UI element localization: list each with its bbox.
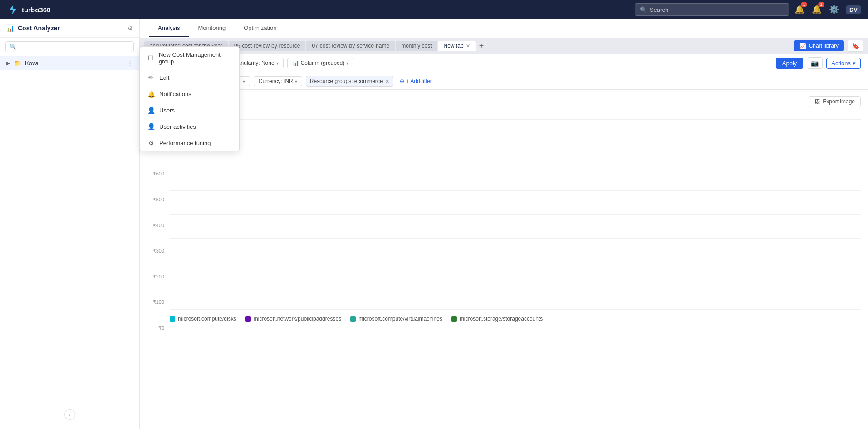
- tab-optimization[interactable]: Optimization: [235, 20, 285, 37]
- file-tab-cost-resource[interactable]: 06-cost-review-by-resource: [229, 41, 305, 51]
- sidebar-title: 📊 Cost Analyzer: [6, 24, 60, 32]
- chart-type-icon: 📊: [292, 60, 299, 66]
- dropdown-item-performance[interactable]: ⚙ Performance tuning: [140, 135, 239, 151]
- file-tabs-bar: accumulated-cost-for-the-year 06-cost-re…: [140, 38, 868, 54]
- y-label: ₹400: [147, 223, 164, 229]
- actions-button[interactable]: Actions ▾: [826, 58, 861, 69]
- dropdown-item-users[interactable]: 👤 Users: [140, 102, 239, 118]
- notifications-icon-1[interactable]: 🔔 1: [794, 5, 804, 15]
- top-nav: turbo360 🔍 Search 🔔 1 🔔 1 ⚙️ DV: [0, 0, 868, 19]
- dropdown-item-new-group[interactable]: ☐ New Cost Management group: [140, 47, 239, 69]
- chart-icon: 📈: [799, 43, 806, 49]
- date-filter-bar: This month ▾ Metric: Actual cost ▾ Curre…: [140, 73, 868, 90]
- file-tab-monthly[interactable]: monthly cost: [396, 41, 437, 51]
- collapse-icon: ‹: [69, 411, 71, 418]
- camera-icon: 📷: [811, 59, 819, 67]
- sidebar-more-icon[interactable]: ⋮: [127, 60, 133, 67]
- chart-library-button[interactable]: 📈 Chart library: [794, 40, 844, 51]
- user-activities-icon: 👤: [147, 123, 155, 130]
- badge-2: 1: [818, 2, 824, 7]
- sidebar-search-icon: 🔍: [10, 44, 16, 50]
- cost-analyzer-icon: 📊: [6, 24, 14, 32]
- dropdown-item-edit[interactable]: ✏ Edit: [140, 69, 239, 86]
- y-label: ₹100: [147, 299, 164, 305]
- gridline: [170, 190, 861, 191]
- sidebar-search[interactable]: 🔍: [5, 41, 134, 52]
- gridline: [170, 143, 861, 143]
- chart-type-chevron: ▾: [346, 61, 348, 66]
- currency-filter[interactable]: Currency: INR ▾: [254, 76, 302, 86]
- legend-item-0: microsoft.compute/disks: [170, 316, 236, 322]
- bookmark-icon: 🔖: [852, 42, 859, 49]
- gridline: [170, 214, 861, 215]
- file-tab-close-icon[interactable]: ×: [466, 43, 470, 49]
- legend-label-2: microsoft.compute/virtualmachines: [358, 316, 442, 322]
- new-group-icon: ☐: [147, 54, 154, 62]
- export-icon: 🖼: [814, 98, 820, 105]
- legend-color-1: [245, 316, 251, 322]
- legend-label-3: microsoft.storage/storageaccounts: [460, 316, 543, 322]
- svg-marker-0: [9, 5, 16, 14]
- metric-chevron: ▾: [243, 79, 245, 84]
- tab-monitoring[interactable]: Monitoring: [189, 20, 235, 37]
- sidebar-item-label: Kovai: [25, 60, 40, 67]
- gridline: [170, 286, 861, 286]
- sidebar-search-input[interactable]: [19, 44, 130, 50]
- notifications-icon-2[interactable]: 🔔 1: [812, 5, 822, 15]
- actions-chevron: ▾: [853, 60, 856, 67]
- file-tab-cost-service[interactable]: 07-cost-review-by-service-name: [306, 41, 395, 51]
- dropdown-label-notifications: Notifications: [159, 91, 191, 98]
- chart-bars: [170, 120, 861, 310]
- filters-bar: Group by: Resource Type ▾ Granularity: N…: [140, 54, 868, 73]
- legend-color-2: [350, 316, 356, 322]
- legend-item-2: microsoft.compute/virtualmachines: [350, 316, 442, 322]
- gridline: [170, 309, 861, 310]
- dropdown-item-user-activities[interactable]: 👤 User activities: [140, 118, 239, 135]
- legend-label-1: microsoft.network/publicipaddresses: [254, 316, 341, 322]
- nav-icons: 🔔 1 🔔 1 ⚙️ DV: [794, 5, 861, 15]
- dropdown-item-notifications[interactable]: 🔔 Notifications: [140, 86, 239, 102]
- dropdown-menu: ☐ New Cost Management group ✏ Edit 🔔 Not…: [140, 46, 240, 151]
- dropdown-label-edit: Edit: [159, 74, 169, 81]
- y-label: ₹600: [147, 171, 164, 177]
- legend-color-3: [451, 316, 457, 322]
- search-bar[interactable]: 🔍 Search: [635, 3, 789, 16]
- search-placeholder: Search: [650, 6, 668, 13]
- dropdown-label-users: Users: [159, 107, 175, 114]
- tab-analysis[interactable]: Analysis: [149, 20, 189, 37]
- search-icon: 🔍: [640, 6, 647, 13]
- sidebar-item-kovai[interactable]: ▶ 📁 Kovai ⋮: [0, 56, 139, 70]
- gridline: [170, 167, 861, 167]
- app-name: turbo360: [22, 6, 50, 14]
- main-content: AnalysisMonitoringOptimization accumulat…: [140, 19, 868, 429]
- apply-button[interactable]: Apply: [776, 58, 804, 69]
- camera-icon-button[interactable]: 📷: [807, 57, 823, 69]
- add-tab-button[interactable]: +: [476, 41, 487, 51]
- sidebar-settings-icon[interactable]: ⚙: [128, 25, 133, 32]
- app-logo[interactable]: turbo360: [7, 4, 50, 15]
- y-label: ₹300: [147, 248, 164, 254]
- resource-group-close[interactable]: ×: [385, 78, 389, 85]
- legend-color-0: [170, 316, 175, 322]
- sidebar-collapse-btn[interactable]: ‹: [64, 409, 75, 420]
- file-tab-new[interactable]: New tab ×: [438, 41, 476, 51]
- bookmark-button[interactable]: 🔖: [848, 40, 863, 52]
- avatar[interactable]: DV: [846, 5, 861, 14]
- filter-actions: Apply 📷 Actions ▾: [776, 57, 861, 69]
- export-image-button[interactable]: 🖼 Export image: [809, 96, 861, 107]
- resource-group-chip: Resource groups: ecommerce ×: [306, 76, 393, 87]
- expand-icon: ▶: [6, 60, 10, 66]
- performance-icon: ⚙: [147, 139, 155, 146]
- sidebar: 📊 Cost Analyzer ⚙ 🔍 ▶ 📁 Kovai ⋮ ☐ New Co…: [0, 19, 140, 429]
- settings-icon[interactable]: ⚙️: [829, 5, 839, 15]
- chart-type-filter[interactable]: 📊 Column (grouped) ▾: [287, 58, 354, 68]
- granularity-chevron: ▾: [276, 61, 279, 66]
- edit-icon: ✏: [147, 74, 155, 81]
- chart-gridlines: [170, 120, 861, 310]
- dropdown-label-new-group: New Cost Management group: [159, 51, 232, 65]
- folder-icon: 📁: [14, 59, 21, 67]
- layout: 📊 Cost Analyzer ⚙ 🔍 ▶ 📁 Kovai ⋮ ☐ New Co…: [0, 19, 868, 429]
- main-tabs-bar: AnalysisMonitoringOptimization: [140, 19, 868, 38]
- y-label: ₹500: [147, 197, 164, 203]
- add-filter-button[interactable]: ⊕ + Add filter: [397, 77, 435, 86]
